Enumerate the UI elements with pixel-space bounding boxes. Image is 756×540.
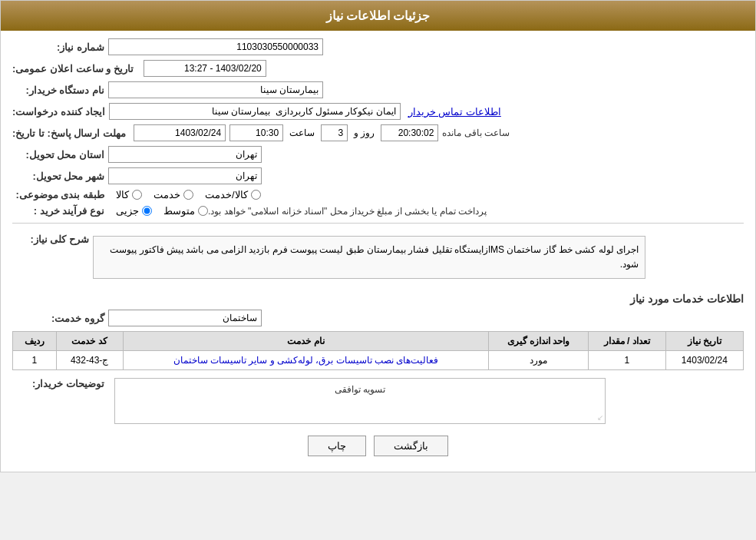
remaining-input[interactable]: [381, 124, 438, 141]
creator-row: اطلاعات تماس خریدار ایجاد کننده درخواست:: [12, 103, 744, 120]
col-row-header: ردیف: [13, 332, 57, 351]
province-input[interactable]: [108, 146, 262, 163]
separator-1: [12, 223, 744, 224]
province-label: استان محل تحویل:: [12, 149, 104, 161]
description-row: اجرای لوله کشی خط گاز ساختمان MSازایستگا…: [12, 230, 744, 285]
buyer-name-input[interactable]: [108, 81, 323, 98]
cell-date: 1403/02/24: [665, 351, 743, 370]
contact-link[interactable]: اطلاعات تماس خریدار: [408, 106, 501, 118]
group-input[interactable]: [108, 310, 262, 326]
province-row: استان محل تحویل:: [12, 146, 744, 163]
buyer-comments-area: تسویه توافقی ↙: [114, 378, 606, 424]
announcement-label: تاریخ و ساعت اعلان عمومی:: [12, 63, 134, 75]
announcement-input[interactable]: [144, 60, 266, 77]
type-medium-label: متوسط: [163, 205, 195, 217]
cell-code: ج-43-432: [56, 351, 123, 370]
buyer-comments-section: تسویه توافقی ↙ توضیحات خریدار:: [12, 378, 744, 424]
category-goods-option[interactable]: کالا: [116, 189, 142, 200]
col-date-header: تاریخ نیاز: [665, 332, 743, 351]
buyer-name-row: نام دستگاه خریدار:: [12, 81, 744, 98]
type-partial-option[interactable]: جزیی: [116, 205, 152, 217]
day-input[interactable]: [321, 124, 348, 141]
content-area: شماره نیاز: تاریخ و ساعت اعلان عمومی: نا…: [1, 31, 755, 472]
remaining-label: ساعت باقی مانده: [442, 128, 510, 138]
purchase-type-row: پرداخت تمام یا بخشی از مبلغ خریداز محل "…: [12, 205, 744, 217]
print-button[interactable]: چاپ: [308, 436, 366, 456]
announcement-row: تاریخ و ساعت اعلان عمومی:: [12, 60, 744, 77]
col-code-header: کد خدمت: [56, 332, 123, 351]
need-number-input[interactable]: [108, 38, 323, 55]
city-row: شهر محل تحویل:: [12, 167, 744, 184]
category-label: طبقه بندی موضوعی:: [12, 189, 104, 200]
type-medium-option[interactable]: متوسط: [163, 205, 208, 217]
city-input[interactable]: [108, 167, 262, 184]
buyer-name-label: نام دستگاه خریدار:: [12, 84, 104, 96]
description-box: اجرای لوله کشی خط گاز ساختمان MSازایستگا…: [93, 236, 645, 279]
col-unit-header: واحد اندازه گیری: [489, 332, 589, 351]
col-count-header: تعداد / مقدار: [588, 332, 665, 351]
purchase-type-label: نوع فرآیند خرید :: [12, 205, 104, 217]
buttons-row: بازگشت چاپ: [12, 436, 744, 456]
day-label: روز و: [354, 128, 375, 138]
group-label: گروه خدمت:: [12, 313, 104, 324]
col-name-header: نام خدمت: [123, 332, 488, 351]
page-title: جزئیات اطلاعات نیاز: [326, 9, 431, 22]
buyer-comments-label: توضیحات خریدار:: [12, 378, 104, 389]
date-input[interactable]: [134, 124, 226, 141]
category-service-option[interactable]: خدمت: [154, 189, 193, 200]
category-service-label: خدمت: [154, 189, 180, 200]
back-button[interactable]: بازگشت: [374, 436, 448, 456]
buyer-comments-value: تسویه توافقی: [118, 382, 602, 397]
resize-handle-icon: ↙: [597, 413, 603, 422]
cell-name: فعالیت‌های نصب تاسیسات برق، لوله‌کشی و س…: [123, 351, 488, 370]
services-title: اطلاعات خدمات مورد نیاز: [12, 293, 744, 305]
table-row: 1403/02/24 1 مورد فعالیت‌های نصب تاسیسات…: [13, 351, 744, 370]
type-partial-label: جزیی: [116, 205, 139, 217]
creator-label: ایجاد کننده درخواست:: [12, 106, 105, 118]
city-label: شهر محل تحویل:: [12, 171, 104, 182]
category-goods-label: کالا: [116, 189, 129, 200]
time-label: ساعت: [289, 128, 315, 138]
page-container: جزئیات اطلاعات نیاز شماره نیاز: تاریخ و …: [0, 0, 756, 472]
creator-input[interactable]: [109, 103, 401, 120]
cell-count: 1: [588, 351, 665, 370]
group-row: گروه خدمت:: [12, 310, 744, 326]
response-date-row: ساعت باقی مانده روز و ساعت مهلت ارسال پا…: [12, 124, 744, 141]
cell-row: 1: [13, 351, 57, 370]
category-row: کالا/خدمت خدمت کالا طبقه بندی موضوعی:: [12, 189, 744, 200]
services-table: تاریخ نیاز تعداد / مقدار واحد اندازه گیر…: [12, 331, 744, 370]
time-input[interactable]: [229, 124, 283, 141]
response-date-label: مهلت ارسال پاسخ: تا تاریخ:: [12, 128, 126, 139]
description-text: اجرای لوله کشی خط گاز ساختمان MSازایستگا…: [110, 244, 639, 270]
need-number-row: شماره نیاز:: [12, 38, 744, 55]
need-number-label: شماره نیاز:: [12, 41, 104, 53]
cell-unit: مورد: [489, 351, 589, 370]
description-label: شرح کلی نیاز:: [12, 234, 89, 245]
services-section: اطلاعات خدمات مورد نیاز گروه خدمت: تاریخ…: [12, 293, 744, 370]
category-goods-service-label: کالا/خدمت: [205, 189, 248, 200]
purchase-note: پرداخت تمام یا بخشی از مبلغ خریداز محل "…: [208, 206, 487, 217]
page-header: جزئیات اطلاعات نیاز: [1, 1, 755, 31]
category-goods-service-option[interactable]: کالا/خدمت: [205, 189, 261, 200]
